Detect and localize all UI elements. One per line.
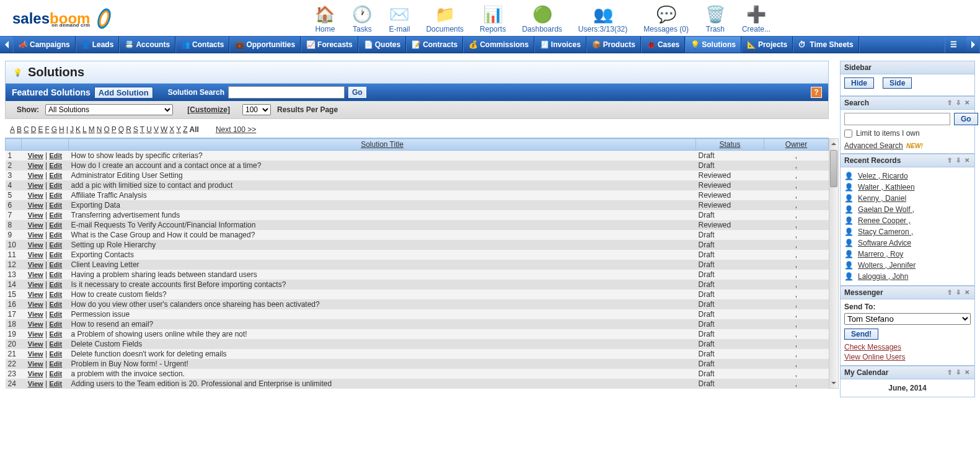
recent-record-link[interactable]: Marrero , Roy (858, 250, 903, 258)
results-per-page-select[interactable]: 100 (242, 104, 271, 115)
view-link[interactable]: View (28, 221, 43, 229)
edit-link[interactable]: Edit (49, 340, 62, 348)
alpha-n[interactable]: N (97, 125, 102, 134)
row-title[interactable]: What is the Case Group and How it could … (69, 230, 696, 240)
row-title[interactable]: Problem in Buy Now form! - Urgent! (69, 359, 696, 369)
nav-item-projects[interactable]: 📐Projects (741, 37, 793, 53)
edit-link[interactable]: Edit (49, 350, 62, 358)
recent-record-item[interactable]: 👤Marrero , Roy (844, 249, 971, 260)
alpha-l[interactable]: L (82, 125, 87, 134)
limit-own-checkbox[interactable] (844, 130, 852, 138)
nav-item-solutions[interactable]: 💡Solutions (685, 37, 741, 53)
view-online-users-link[interactable]: View Online Users (844, 352, 971, 362)
alpha-u[interactable]: U (146, 125, 152, 134)
col-header-status[interactable]: Status (696, 139, 764, 151)
recent-record-item[interactable]: 👤Wolters , Jennifer (844, 260, 971, 271)
view-link[interactable]: View (28, 291, 43, 298)
row-title[interactable]: Setting up Role Hierarchy (69, 240, 696, 250)
view-link[interactable]: View (28, 182, 43, 189)
row-title[interactable]: a problem with the invoice section. (69, 369, 696, 379)
edit-link[interactable]: Edit (49, 221, 62, 229)
edit-link[interactable]: Edit (49, 291, 62, 298)
edit-link[interactable]: Edit (49, 301, 62, 308)
nav-item-contacts[interactable]: 👥Contacts (175, 37, 229, 53)
alpha-z[interactable]: Z (183, 125, 187, 134)
recent-record-link[interactable]: Wolters , Jennifer (858, 261, 916, 270)
alpha-m[interactable]: M (89, 125, 95, 134)
show-select[interactable]: All Solutions (45, 104, 173, 115)
recent-record-link[interactable]: Software Advice (858, 239, 911, 247)
row-title[interactable]: Exporting Contacts (69, 250, 696, 260)
row-title[interactable]: Having a problem sharing leads between s… (69, 270, 696, 280)
view-link[interactable]: View (28, 211, 43, 219)
recent-record-link[interactable]: Renee Cooper , (858, 216, 911, 225)
edit-link[interactable]: Edit (49, 192, 62, 199)
col-header-title[interactable]: Solution Title (69, 139, 696, 151)
recent-record-link[interactable]: Kenny , Daniel (858, 194, 906, 203)
view-link[interactable]: View (28, 192, 43, 199)
nav-item-contracts[interactable]: 📝Contracts (406, 37, 463, 53)
view-link[interactable]: View (28, 330, 43, 338)
edit-link[interactable]: Edit (49, 281, 62, 288)
next-100-link[interactable]: Next 100 >> (216, 125, 256, 134)
alpha-k[interactable]: K (76, 125, 81, 134)
row-title[interactable]: Administrator Editing User Setting (69, 170, 696, 180)
alpha-v[interactable]: V (154, 125, 159, 134)
nav-item-time-sheets[interactable]: ⏱Time Sheets (793, 37, 859, 53)
edit-link[interactable]: Edit (49, 330, 62, 338)
edit-link[interactable]: Edit (49, 311, 62, 318)
scroll-down-icon[interactable] (829, 378, 838, 388)
row-title[interactable]: How to resend an email? (69, 319, 696, 329)
row-title[interactable]: How do I create an account and a contact… (69, 161, 696, 170)
nav-item-accounts[interactable]: 📇Accounts (119, 37, 175, 53)
edit-link[interactable]: Edit (49, 211, 62, 219)
edit-link[interactable]: Edit (49, 320, 62, 328)
alpha-all[interactable]: All (190, 125, 199, 134)
row-title[interactable]: Transferring advertisement funds (69, 210, 696, 220)
row-title[interactable]: Delete Custom Fields (69, 339, 696, 349)
row-title[interactable]: Is it necessary to create accounts first… (69, 280, 696, 289)
alpha-r[interactable]: R (126, 125, 131, 134)
top-icon-users-[interactable]: 👥Users:3/13(32) (578, 4, 627, 33)
nav-item-leads[interactable]: 👤Leads (76, 37, 120, 53)
recent-record-item[interactable]: 👤Gaelan De Wolf , (844, 204, 971, 215)
alpha-c[interactable]: C (24, 125, 29, 134)
edit-link[interactable]: Edit (49, 231, 62, 239)
recent-record-link[interactable]: Gaelan De Wolf , (858, 205, 914, 214)
sidebar-search-go-button[interactable]: Go (954, 113, 978, 125)
view-link[interactable]: View (28, 231, 43, 239)
alpha-e[interactable]: E (38, 125, 43, 134)
view-link[interactable]: View (28, 172, 43, 179)
recent-record-item[interactable]: 👤Renee Cooper , (844, 215, 971, 226)
collapse-icon[interactable]: ⇧ (946, 369, 953, 376)
nav-item-cases[interactable]: 🐞Cases (641, 37, 685, 53)
add-solution-button[interactable]: Add Solution (94, 87, 153, 99)
advanced-search-link[interactable]: Advanced Search (844, 141, 903, 150)
alpha-d[interactable]: D (31, 125, 37, 134)
row-title[interactable]: Client Leaving Letter (69, 260, 696, 270)
recent-record-item[interactable]: 👤Kenny , Daniel (844, 193, 971, 204)
row-title[interactable]: Adding users to the Team edition is 20. … (69, 379, 696, 389)
view-link[interactable]: View (28, 350, 43, 358)
alpha-t[interactable]: T (140, 125, 144, 134)
view-link[interactable]: View (28, 360, 43, 368)
recent-record-link[interactable]: Walter , Kathleen (858, 183, 915, 192)
edit-link[interactable]: Edit (49, 370, 62, 377)
nav-item-products[interactable]: 📦Products (586, 37, 641, 53)
side-button[interactable]: Side (883, 77, 912, 89)
expand-icon[interactable]: ⇩ (955, 157, 962, 164)
alpha-s[interactable]: S (133, 125, 138, 134)
recent-record-item[interactable]: 👤Stacy Cameron , (844, 226, 971, 237)
collapse-icon[interactable]: ⇧ (946, 99, 953, 107)
row-title[interactable]: Delete function doesn't work for deletin… (69, 349, 696, 359)
edit-link[interactable]: Edit (49, 201, 62, 209)
close-icon[interactable]: ✕ (963, 157, 971, 164)
alpha-x[interactable]: X (169, 125, 174, 134)
close-icon[interactable]: ✕ (963, 99, 971, 107)
help-button[interactable]: ? (811, 87, 822, 98)
alpha-o[interactable]: O (104, 125, 109, 134)
alpha-y[interactable]: Y (176, 125, 181, 134)
top-icon-documents[interactable]: 📁Documents (426, 4, 464, 33)
table-scrollbar[interactable] (829, 138, 839, 389)
view-link[interactable]: View (28, 251, 43, 258)
